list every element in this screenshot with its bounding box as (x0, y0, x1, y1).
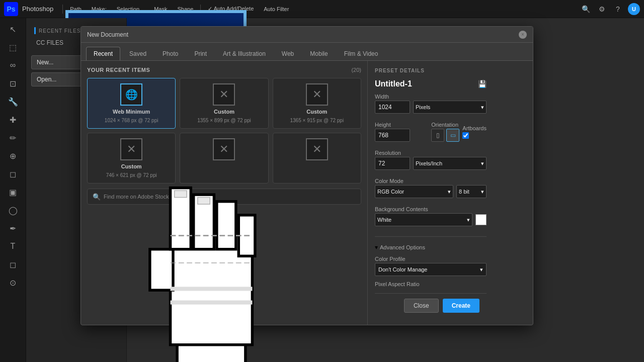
height-input[interactable] (375, 129, 410, 142)
recent-item-2[interactable]: ✕ Custom 1355 × 899 px @ 72 ppi (180, 78, 268, 129)
find-more-bar[interactable]: 🔍 Find more on Adobe Stock (87, 189, 361, 205)
dialog-close-button[interactable]: × (519, 31, 527, 39)
tab-saved[interactable]: Saved (122, 47, 153, 60)
width-unit-label: Pixels (416, 104, 430, 110)
preset-details-panel: PRESET DETAILS Untitled-1 💾 Width Pixels… (368, 61, 494, 325)
bg-contents-select[interactable]: White ▾ (375, 213, 472, 226)
recent-item-3[interactable]: ✕ Custom 1365 × 915 px @ 72 ppi (273, 78, 361, 129)
toolbar-item-autofilter[interactable]: Auto Filter (261, 5, 292, 13)
color-profile-select[interactable]: Don't Color Manage ▾ (375, 263, 487, 276)
resolution-label: Resolution (375, 150, 487, 156)
portrait-button[interactable]: ▯ (431, 129, 444, 142)
landscape-button[interactable]: ▭ (446, 129, 459, 142)
orientation-buttons: ▯ ▭ (431, 129, 459, 142)
recent-count: (20) (351, 67, 361, 73)
find-more-label: Find more on Adobe Stock (104, 194, 169, 200)
recent-item-name-3: Custom (306, 109, 327, 115)
artboards-label: Artboards (462, 125, 487, 131)
recent-items-label: YOUR RECENT ITEMS (87, 67, 150, 73)
resolution-input[interactable] (375, 157, 410, 170)
recent-item-5[interactable]: ✕ (180, 133, 268, 184)
color-profile-field: Color Profile Don't Color Manage ▾ (375, 256, 487, 276)
tab-art[interactable]: Art & Illustration (216, 47, 273, 60)
search-icon[interactable]: 🔍 (580, 3, 592, 15)
artboards-checkbox[interactable] (462, 132, 469, 139)
settings-icon[interactable]: ⚙ (596, 3, 608, 15)
gradient-tool[interactable]: ▣ (5, 184, 21, 200)
bg-contents-label: Background Contents (375, 206, 487, 212)
color-mode-label: Color Mode (375, 178, 487, 184)
orientation-label: Orientation (431, 122, 459, 128)
recent-item-name-1: Web Minimum (113, 109, 150, 115)
select-tool[interactable]: ⬚ (5, 39, 21, 55)
orientation-field: Orientation ▯ ▭ (431, 122, 459, 142)
move-tool[interactable]: ↖ (5, 21, 21, 37)
search-icon: 🔍 (93, 193, 101, 201)
custom-icon-3: ✕ (306, 83, 328, 106)
shape-tool[interactable]: ◻ (5, 256, 21, 273)
new-document-dialog: New Document × Recent Saved Photo Print … (80, 26, 533, 325)
custom-icon-4: ✕ (120, 138, 142, 160)
recent-item-dim-4: 746 × 621 px @ 72 ppi (106, 172, 157, 178)
crop-tool[interactable]: ⊡ (5, 75, 21, 92)
bg-contents-value: White (377, 217, 391, 223)
zoom-tool[interactable]: ⊙ (5, 275, 21, 291)
dialog-title: New Document (87, 31, 519, 38)
recent-item-6[interactable]: ✕ (273, 133, 361, 184)
dialog-titlebar: New Document × (81, 27, 533, 43)
color-mode-row: RGB Color ▾ 8 bit ▾ (375, 185, 487, 198)
artboards-field: Artboards (462, 125, 487, 139)
bg-color-swatch[interactable] (475, 214, 487, 225)
create-button[interactable]: Create (443, 299, 479, 313)
color-depth-value: 8 bit (459, 189, 469, 195)
dialog-body: YOUR RECENT ITEMS (20) 🌐 Web Minimum 102… (81, 61, 533, 325)
help-icon[interactable]: ? (612, 3, 624, 15)
recent-item-dim-3: 1365 × 915 px @ 72 ppi (290, 118, 344, 123)
advanced-options-label: Advanced Options (380, 244, 425, 250)
recent-items-panel: YOUR RECENT ITEMS (20) 🌐 Web Minimum 102… (81, 61, 368, 325)
app-name: Photoshop (22, 5, 53, 13)
resolution-unit-select[interactable]: Pixels/Inch ▾ (413, 157, 487, 170)
tab-web[interactable]: Web (275, 47, 301, 60)
text-tool[interactable]: T (5, 238, 21, 254)
toolbar-separator (62, 5, 63, 14)
clone-tool[interactable]: ⊕ (5, 148, 21, 164)
recent-item-4[interactable]: ✕ Custom 746 × 621 px @ 72 ppi (87, 133, 176, 184)
resolution-row: Pixels/Inch ▾ (375, 157, 487, 170)
custom-icon-2: ✕ (213, 83, 235, 106)
preset-save-button[interactable]: 💾 (478, 80, 487, 88)
user-avatar[interactable]: U (628, 3, 640, 15)
height-label: Height (375, 122, 428, 128)
recent-item-name-2: Custom (214, 109, 234, 115)
width-unit-select[interactable]: Pixels ▾ (413, 101, 487, 114)
close-button[interactable]: Close (404, 299, 439, 313)
advanced-options-toggle[interactable]: ▾ Advanced Options (375, 244, 487, 251)
recent-item-dim-1: 1024 × 768 px @ 72 ppi (105, 118, 158, 123)
recent-item-name-4: Custom (121, 163, 142, 169)
width-row: Pixels ▾ (375, 101, 487, 114)
preset-name: Untitled-1 (375, 79, 412, 88)
lasso-tool[interactable]: ∞ (5, 57, 21, 73)
tab-photo[interactable]: Photo (155, 47, 185, 60)
eyedropper-tool[interactable]: 🔧 (5, 94, 21, 110)
tab-film[interactable]: Film & Video (337, 47, 385, 60)
tab-recent[interactable]: Recent (86, 47, 120, 60)
recent-header: YOUR RECENT ITEMS (20) (87, 67, 361, 73)
color-mode-select[interactable]: RGB Color ▾ (375, 185, 453, 198)
tool-sidebar: ↖ ⬚ ∞ ⊡ 🔧 ✚ ✏ ⊕ ◻ ▣ ◯ ✒ T ◻ ⊙ (0, 18, 26, 362)
custom-icon-5: ✕ (213, 138, 235, 160)
dodge-tool[interactable]: ◯ (5, 202, 21, 218)
color-depth-select[interactable]: 8 bit ▾ (456, 185, 487, 198)
dialog-footer: Close Create (375, 293, 487, 318)
recent-item-web-minimum[interactable]: 🌐 Web Minimum 1024 × 768 px @ 72 ppi (87, 78, 176, 129)
eraser-tool[interactable]: ◻ (5, 166, 21, 182)
tab-print[interactable]: Print (187, 47, 214, 60)
width-input[interactable] (375, 101, 410, 114)
brush-tool[interactable]: ✏ (5, 130, 21, 146)
height-field: Height (375, 122, 428, 142)
heal-tool[interactable]: ✚ (5, 112, 21, 128)
recent-grid: 🌐 Web Minimum 1024 × 768 px @ 72 ppi ✕ C… (87, 78, 361, 184)
tab-mobile[interactable]: Mobile (303, 47, 335, 60)
divider-1 (375, 236, 487, 237)
pen-tool[interactable]: ✒ (5, 220, 21, 236)
